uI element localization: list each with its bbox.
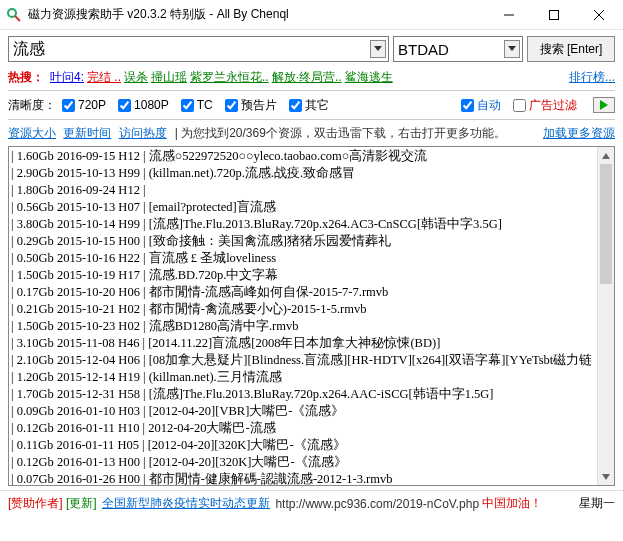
update-link[interactable]: [更新] bbox=[66, 495, 97, 512]
maximize-button[interactable] bbox=[531, 0, 576, 30]
news-link[interactable]: 全国新型肺炎疫情实时动态更新 bbox=[102, 495, 270, 512]
result-row[interactable]: | 0.09Gb 2016-01-10 H03 | [2012-04-20][V… bbox=[11, 403, 612, 420]
result-row[interactable]: | 1.60Gb 2016-09-15 H12 | 流感○522972520○○… bbox=[11, 148, 612, 165]
search-history-dropdown[interactable] bbox=[370, 40, 386, 58]
svg-point-0 bbox=[8, 9, 16, 17]
scroll-thumb[interactable] bbox=[600, 164, 612, 284]
engine-value: BTDAD bbox=[398, 41, 449, 58]
adfilter-checkbox[interactable]: 广告过滤 bbox=[513, 97, 577, 114]
hot-item[interactable]: 误杀 bbox=[124, 69, 148, 86]
filter-trailer[interactable]: 预告片 bbox=[225, 97, 277, 114]
titlebar: 磁力资源搜索助手 v20.3.2 特别版 - All By Chenql bbox=[0, 0, 623, 30]
svg-line-1 bbox=[15, 16, 20, 21]
auto-checkbox[interactable]: 自动 bbox=[461, 97, 501, 114]
search-button[interactable]: 搜索 [Enter] bbox=[527, 36, 615, 62]
sponsor-link[interactable]: [赞助作者] bbox=[8, 495, 63, 512]
result-row[interactable]: | 2.10Gb 2015-12-04 H06 | [08加拿大悬疑片][Bli… bbox=[11, 352, 612, 369]
result-info: | 为您找到20/369个资源，双击迅雷下载，右击打开更多功能。 bbox=[175, 125, 506, 142]
hot-item[interactable]: 紫罗兰永恒花.. bbox=[190, 69, 269, 86]
window-title: 磁力资源搜索助手 v20.3.2 特别版 - All By Chenql bbox=[28, 6, 486, 23]
load-more[interactable]: 加载更多资源 bbox=[543, 125, 615, 142]
result-row[interactable]: | 0.21Gb 2015-10-21 H02 | 都市閒情-禽流感要小心)-2… bbox=[11, 301, 612, 318]
search-input-wrap[interactable] bbox=[8, 36, 389, 62]
hot-item[interactable]: 完结 .. bbox=[87, 69, 121, 86]
result-row[interactable]: | 0.11Gb 2016-01-11 H05 | [2012-04-20][3… bbox=[11, 437, 612, 454]
result-row[interactable]: | 0.17Gb 2015-10-20 H06 | 都市閒情-流感高峰如何自保-… bbox=[11, 284, 612, 301]
scroll-down-icon[interactable] bbox=[598, 468, 614, 485]
hot-item[interactable]: 解放·终局营.. bbox=[272, 69, 342, 86]
result-row[interactable]: | 0.12Gb 2016-01-11 H10 | 2012-04-20大嘴巴-… bbox=[11, 420, 612, 437]
weekday: 星期一 bbox=[579, 495, 615, 512]
engine-select[interactable]: BTDAD bbox=[393, 36, 523, 62]
status-bar: [赞助作者] [更新] 全国新型肺炎疫情实时动态更新 http://www.pc… bbox=[0, 490, 623, 516]
search-input[interactable] bbox=[13, 40, 384, 58]
sort-hot[interactable]: 访问热度 bbox=[119, 126, 167, 140]
hot-item[interactable]: 叶问4: bbox=[50, 69, 84, 86]
scroll-up-icon[interactable] bbox=[598, 147, 614, 164]
result-row[interactable]: | 1.70Gb 2015-12-31 H58 | [流感]The.Flu.20… bbox=[11, 386, 612, 403]
hot-label: 热搜： bbox=[8, 69, 44, 86]
result-row[interactable]: | 0.07Gb 2016-01-26 H00 | 都市閒情-健康解碼-認識流感… bbox=[11, 471, 612, 486]
result-row[interactable]: | 0.56Gb 2015-10-13 H07 | [email?protect… bbox=[11, 199, 612, 216]
result-row[interactable]: | 1.50Gb 2015-10-23 H02 | 流感BD1280高清中字.r… bbox=[11, 318, 612, 335]
play-button[interactable] bbox=[593, 97, 615, 113]
scrollbar[interactable] bbox=[597, 147, 614, 485]
result-row[interactable]: | 1.50Gb 2015-10-19 H17 | 流感.BD.720p.中文字… bbox=[11, 267, 612, 284]
filter-other[interactable]: 其它 bbox=[289, 97, 329, 114]
result-row[interactable]: | 0.12Gb 2016-01-13 H00 | [2012-04-20][3… bbox=[11, 454, 612, 471]
hot-item[interactable]: 鲨海逃生 bbox=[345, 69, 393, 86]
result-row[interactable]: | 0.29Gb 2015-10-15 H00 | [致命接触：美国禽流感]猪猪… bbox=[11, 233, 612, 250]
svg-rect-3 bbox=[549, 10, 558, 19]
sort-size[interactable]: 资源大小 bbox=[8, 126, 56, 140]
cheer-text: 中国加油！ bbox=[482, 495, 542, 512]
close-button[interactable] bbox=[576, 0, 621, 30]
filter-720p[interactable]: 720P bbox=[62, 98, 106, 112]
result-row[interactable]: | 2.90Gb 2015-10-13 H99 | (killman.net).… bbox=[11, 165, 612, 182]
news-url: http://www.pc936.com/2019-nCoV.php bbox=[275, 497, 479, 511]
result-row[interactable]: | 3.80Gb 2015-10-14 H99 | [流感]The.Flu.20… bbox=[11, 216, 612, 233]
result-row[interactable]: | 1.20Gb 2015-12-14 H19 | (killman.net).… bbox=[11, 369, 612, 386]
hot-items: 叶问4: 完结 .. 误杀 掃山瑶 紫罗兰永恒花.. 解放·终局营.. 鲨海逃生 bbox=[50, 69, 569, 86]
sort-time[interactable]: 更新时间 bbox=[63, 126, 111, 140]
result-row[interactable]: | 0.50Gb 2015-10-16 H22 | 盲流感 £ 圣城loveli… bbox=[11, 250, 612, 267]
clarity-label: 清晰度： bbox=[8, 97, 56, 114]
result-row[interactable]: | 1.80Gb 2016-09-24 H12 | bbox=[11, 182, 612, 199]
filter-tc[interactable]: TC bbox=[181, 98, 213, 112]
hot-item[interactable]: 掃山瑶 bbox=[151, 69, 187, 86]
result-list[interactable]: | 1.60Gb 2016-09-15 H12 | 流感○522972520○○… bbox=[8, 146, 615, 486]
filter-1080p[interactable]: 1080P bbox=[118, 98, 169, 112]
app-icon bbox=[6, 7, 22, 23]
minimize-button[interactable] bbox=[486, 0, 531, 30]
result-row[interactable]: | 3.10Gb 2015-11-08 H46 | [2014.11.22]盲流… bbox=[11, 335, 612, 352]
engine-dropdown-arrow[interactable] bbox=[504, 40, 520, 58]
rank-link[interactable]: 排行榜... bbox=[569, 69, 615, 86]
